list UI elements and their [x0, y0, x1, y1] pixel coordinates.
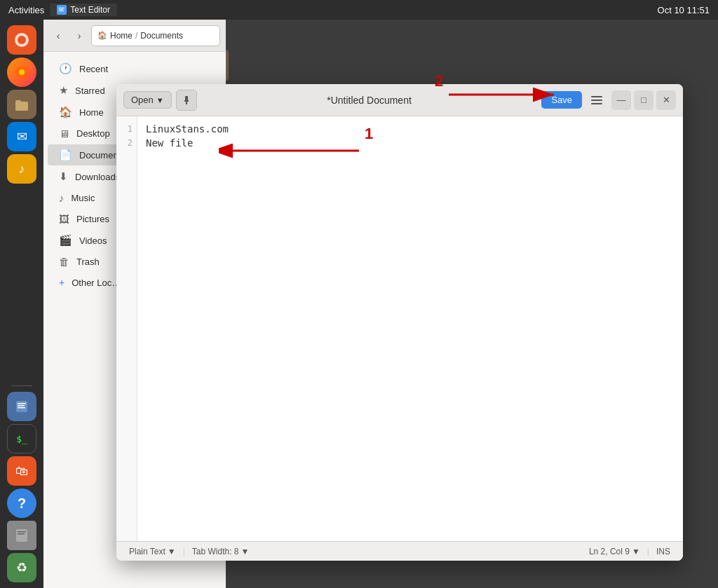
dock-recycle-icon[interactable]: ♻	[7, 553, 36, 582]
open-label: Open	[131, 95, 154, 105]
videos-icon: 🎬	[59, 234, 72, 247]
line-number-1: 1	[128, 122, 133, 136]
pin-button[interactable]	[176, 90, 197, 111]
text-editor-window: Open ▼ *Untitled Document Save — □ ✕	[116, 84, 683, 561]
dock-ubuntu-icon[interactable]	[7, 25, 36, 55]
plain-text-selector[interactable]: Plain Text ▼	[125, 547, 180, 556]
tab-width-label: Tab Width: 8	[192, 547, 239, 556]
line-2-text: New file	[146, 136, 193, 150]
svg-point-6	[19, 69, 25, 75]
top-bar-app: Text Editor	[50, 4, 117, 16]
minimize-button[interactable]: —	[611, 90, 631, 110]
sidebar-item-downloads-label: Downloads	[75, 172, 120, 182]
path-separator: /	[135, 31, 137, 41]
sidebar-item-trash-label: Trash	[76, 257, 100, 267]
document-title: *Untitled Document	[201, 95, 538, 106]
sidebar-item-recent-label: Recent	[79, 64, 108, 74]
path-home[interactable]: Home	[110, 31, 133, 41]
hamburger-menu-button[interactable]	[586, 90, 607, 111]
text-content[interactable]: LinuxStans.com New file	[137, 116, 683, 541]
downloads-icon: ⬇	[59, 170, 68, 183]
line-1-text: LinuxStans.com	[146, 122, 229, 136]
svg-rect-12	[18, 407, 25, 409]
sidebar-item-pictures-label: Pictures	[76, 214, 109, 224]
dock-firefox-icon[interactable]	[7, 57, 36, 87]
menu-line-1	[591, 96, 602, 97]
trash-icon: 🗑	[59, 256, 69, 268]
minimize-icon: —	[617, 95, 626, 105]
status-bar: Plain Text ▼ | Tab Width: 8 ▼ Ln 2, Col …	[116, 541, 683, 561]
dock: ✉ ♪ $_ 🛍 ? ♻	[0, 20, 43, 588]
svg-rect-17	[184, 100, 189, 102]
desktop-icon: 🖥	[59, 128, 69, 139]
dock-text-editor-icon[interactable]	[7, 392, 36, 421]
svg-rect-11	[18, 405, 25, 406]
status-separator-2: |	[647, 547, 649, 556]
top-bar-time: Oct 10 11:51	[658, 5, 710, 15]
dock-thunderbird-icon[interactable]: ✉	[7, 122, 36, 151]
dock-terminal-icon[interactable]: $_	[7, 424, 36, 453]
text-editor-titlebar: Open ▼ *Untitled Document Save — □ ✕	[116, 84, 683, 116]
menu-line-3	[591, 103, 602, 104]
dock-separator	[11, 385, 32, 386]
music-icon: ♪	[59, 192, 65, 204]
svg-point-4	[18, 36, 26, 44]
home-sidebar-icon: 🏠	[59, 106, 72, 118]
dock-gpg-icon[interactable]	[7, 521, 36, 550]
menu-line-2	[591, 100, 602, 101]
dock-help-icon[interactable]: ?	[7, 488, 36, 518]
close-button[interactable]: ✕	[656, 90, 676, 110]
svg-rect-9	[16, 401, 27, 412]
maximize-icon: □	[641, 95, 646, 105]
open-button[interactable]: Open ▼	[123, 91, 172, 109]
svg-rect-8	[15, 100, 21, 103]
pin-icon	[182, 95, 191, 105]
text-line-2: New file	[146, 136, 675, 150]
sidebar-item-starred-label: Starred	[75, 86, 105, 96]
tab-width-selector[interactable]: Tab Width: 8 ▼	[188, 547, 254, 556]
sidebar-item-music-label: Music	[72, 193, 95, 203]
svg-rect-14	[18, 531, 26, 533]
close-icon: ✕	[663, 95, 670, 105]
sidebar-item-recent[interactable]: 🕐 Recent	[48, 58, 222, 79]
window-controls: — □ ✕	[611, 90, 676, 110]
dock-files-icon[interactable]	[7, 90, 36, 119]
activities-label[interactable]: Activities	[8, 5, 44, 15]
ins-label: INS	[656, 547, 670, 556]
svg-rect-18	[186, 102, 187, 104]
svg-rect-15	[18, 533, 25, 535]
save-button[interactable]: Save	[541, 91, 582, 109]
dock-appstore-icon[interactable]: 🛍	[7, 456, 36, 486]
open-chevron-icon: ▼	[156, 96, 164, 104]
home-path-icon: 🏠	[97, 31, 107, 40]
documents-icon: 📄	[59, 149, 72, 161]
text-line-1: LinuxStans.com	[146, 122, 675, 136]
pictures-icon: 🖼	[59, 213, 69, 225]
tab-width-chevron-icon: ▼	[241, 547, 250, 556]
ins-indicator[interactable]: INS	[652, 547, 675, 556]
editor-area[interactable]: 1 2 LinuxStans.com New file	[116, 116, 683, 541]
position-label: Ln 2, Col 9	[589, 547, 630, 556]
forward-button[interactable]: ›	[70, 27, 88, 45]
top-bar-app-label: Text Editor	[70, 5, 110, 15]
other-locations-icon: +	[59, 277, 65, 288]
line-number-2: 2	[128, 136, 133, 150]
back-button[interactable]: ‹	[49, 27, 67, 45]
top-bar: Activities Text Editor Oct 10 11:51	[0, 0, 718, 20]
status-separator-1: |	[183, 547, 185, 556]
dock-rhythmbox-icon[interactable]: ♪	[7, 154, 36, 184]
sidebar-item-desktop-label: Desktop	[76, 128, 110, 139]
position-chevron-icon: ▼	[632, 547, 640, 556]
cursor-position[interactable]: Ln 2, Col 9 ▼	[585, 547, 644, 556]
starred-icon: ★	[59, 84, 68, 97]
plain-text-label: Plain Text	[129, 547, 165, 556]
svg-rect-0	[59, 8, 65, 8]
path-bar[interactable]: 🏠 Home / Documents	[91, 25, 220, 46]
file-manager-navbar: ‹ › 🏠 Home / Documents	[43, 20, 226, 52]
sidebar-item-home-label: Home	[79, 107, 104, 118]
svg-rect-16	[185, 96, 188, 101]
svg-rect-13	[16, 529, 27, 542]
maximize-button[interactable]: □	[634, 90, 653, 110]
sidebar-item-videos-label: Videos	[79, 235, 107, 246]
svg-rect-1	[59, 9, 63, 10]
